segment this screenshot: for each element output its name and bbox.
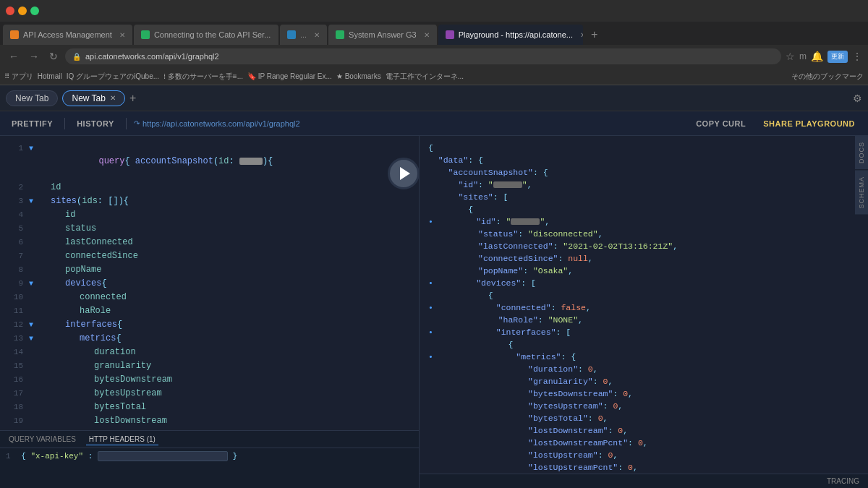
bookmark-bar: ⠿ アプリ Hotmail IQ グループウェアのiQube... ⁞ 多数のサ… [0,68,868,85]
forward-button[interactable]: → [26,49,42,64]
bookmark-other[interactable]: その他のブックマーク [791,72,864,82]
code-line-19: 19 ▼ lostDownstream [0,414,419,428]
toolbar-actions: COPY CURL SHARE PLAYGROUND [690,117,861,130]
response-content: { "data": { "accountSnapshot": { "id": "… [428,142,868,474]
active-tab-pill[interactable]: New Tab ✕ [62,90,124,106]
code-line-13: 13 ▼ metrics{ [0,332,419,346]
resp-line-21: "bytesDownstream": 0, [428,388,868,400]
traffic-lights [6,7,39,15]
browser-tab-2[interactable]: Connecting to the Cato API Ser... ✕ [134,25,278,45]
editor-area[interactable]: 1 ▼ query{ accountSnapshot(id: ){ 2 ▼ id… [0,136,419,430]
close-button[interactable] [6,7,14,15]
http-colon: : [88,452,98,461]
http-headers-tab[interactable]: HTTP HEADERS (1) [86,434,158,445]
resp-line-18: • "metrics": { [428,351,868,363]
prettify-button[interactable]: PRETTIFY [7,117,57,130]
resp-line-5: "sites": [ [428,191,868,203]
code-line-12: 12 ▼ interfaces{ [0,318,419,332]
code-line-10: 10 ▼ connected [0,291,419,304]
code-line-1: 1 ▼ query{ accountSnapshot(id: ){ [0,142,419,181]
address-text: api.catonetworks.com/api/v1/graphql2 [85,52,219,61]
tab-label-5: Playground - https://api.catone... [459,30,573,39]
tab-favicon-5 [446,30,454,39]
tab-close-4[interactable]: ✕ [424,31,430,39]
menu-icon[interactable]: ⋮ [852,51,862,62]
active-tab-close[interactable]: ✕ [110,94,116,102]
toolbar-url: ↷ https://api.catonetworks.com/api/v1/gr… [134,119,683,128]
tab-close-1[interactable]: ✕ [119,31,125,39]
browser-tab-5[interactable]: Playground - https://api.catone... ✕ [438,25,583,45]
new-tab-pill[interactable]: New Tab [6,90,58,106]
http-headers-content: 1 { "x-api-key" : } [0,448,419,488]
resp-line-20: "granularity": 0, [428,375,868,388]
schema-pill[interactable]: SCHEMA [855,171,868,215]
extensions-icon[interactable]: m [799,51,807,61]
tab-close-5[interactable]: ✕ [580,31,583,39]
bookmark-electronics[interactable]: 電子工作でインターネ... [386,72,464,82]
query-panel: 1 ▼ query{ accountSnapshot(id: ){ 2 ▼ id… [0,136,420,488]
history-button[interactable]: HISTORY [72,117,119,130]
resp-line-10: "connectedSince": null, [428,252,868,265]
resp-line-2: "data": { [428,154,868,166]
http-value-input[interactable] [98,451,228,461]
resp-line-16: • "interfaces": [ [428,326,868,338]
settings-icon[interactable]: ⚙ [853,93,862,104]
minimize-button[interactable] [18,7,27,15]
bottom-panel: QUERY VARIABLES HTTP HEADERS (1) 1 { "x-… [0,430,419,488]
toolbar-separator-1 [64,118,65,129]
browser-tab-1[interactable]: API Access Management ✕ [3,25,132,45]
share-playground-button[interactable]: SHARE PLAYGROUND [757,117,861,130]
bookmark-hotmail[interactable]: Hotmail [38,72,62,80]
code-line-15: 15 ▼ granularity [0,359,419,373]
bookmark-iq[interactable]: IQ グループウェアのiQube... [67,72,159,82]
tab-close-3[interactable]: ✕ [314,31,320,39]
notification-icon[interactable]: 🔔 [811,51,823,62]
resp-line-13: { [428,289,868,301]
resp-line-15: "haRole": "NONE", [428,314,868,326]
tab-label-4: System Answer G3 [349,30,417,39]
lock-icon: 🔒 [72,53,81,61]
copy-curl-button[interactable]: COPY CURL [690,117,752,130]
bookmark-servers[interactable]: ⁞ 多数のサーバーを手≡... [163,72,243,82]
code-editor[interactable]: 1 ▼ query{ accountSnapshot(id: ){ 2 ▼ id… [0,136,419,430]
back-button[interactable]: ← [6,49,22,64]
active-tab-label: New Tab [72,93,105,103]
tab-close-2[interactable]: ✕ [278,31,278,39]
play-triangle [400,167,410,180]
tab-favicon-2 [141,30,150,39]
docs-pill[interactable]: DOCS [855,136,868,169]
tab-label-1: API Access Management [23,30,112,39]
line-num-bottom: 1 [6,452,11,461]
resp-line-8: "status": "disconnected", [428,228,868,240]
tab-label-3: ... [300,30,307,39]
maximize-button[interactable] [30,7,39,15]
add-tab-btn[interactable]: + [129,92,136,105]
code-line-8: 8 ▼ popName [0,263,419,277]
refresh-button[interactable]: ↻ [46,49,61,64]
new-tab-button[interactable]: + [584,25,605,45]
tab-favicon-4 [336,30,344,39]
code-line-2: 2 ▼ id [0,181,419,194]
bookmark-iprange[interactable]: 🔖 IP Range Regular Ex... [247,72,332,80]
resp-line-6: { [428,203,868,215]
query-variables-tab[interactable]: QUERY VARIABLES [6,434,79,445]
code-line-3: 3 ▼ sites(ids: []){ [0,194,419,208]
main-content: 1 ▼ query{ accountSnapshot(id: ){ 2 ▼ id… [0,136,868,488]
close-brace: } [232,452,237,461]
resp-line-26: "lostUpstream": 0, [428,449,868,461]
play-button[interactable] [388,158,420,189]
browser-tab-3[interactable]: ... ✕ [280,25,327,45]
resp-line-4: "id": "", [428,179,868,191]
update-button[interactable]: 更新 [827,51,848,63]
bookmark-apps[interactable]: ⠿ アプリ [4,72,33,82]
bookmark-bookmarks[interactable]: ★ Bookmarks [336,72,381,80]
resp-line-19: "duration": 0, [428,363,868,375]
tab-label-2: Connecting to the Cato API Ser... [154,30,271,39]
browser-tab-4[interactable]: System Answer G3 ✕ [328,25,437,45]
code-line-17: 17 ▼ bytesUpstream [0,387,419,401]
response-code[interactable]: { "data": { "accountSnapshot": { "id": "… [420,136,868,474]
resp-line-12: • "devices": [ [428,277,868,289]
address-bar[interactable]: 🔒 api.catonetworks.com/api/v1/graphql2 [65,48,781,64]
bookmark-star[interactable]: ☆ [786,51,795,62]
code-line-4: 4 ▼ id [0,208,419,222]
